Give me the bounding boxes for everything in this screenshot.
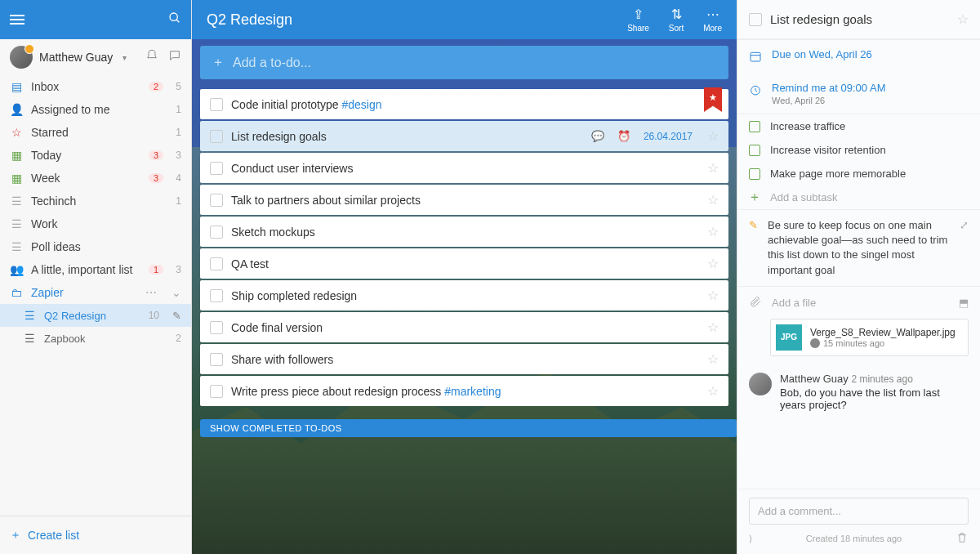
chevron-down-icon[interactable]: ⌄ <box>172 286 181 299</box>
sidebar-item-starred[interactable]: ☆Starred1 <box>0 121 191 144</box>
subtask[interactable]: Increase visitor retention <box>737 138 980 162</box>
share-button[interactable]: ⇪Share <box>627 7 649 33</box>
detail-title[interactable]: List redesign goals <box>770 12 949 26</box>
sidebar-item-week[interactable]: ▦Week34 <box>0 167 191 190</box>
subtask-list: Increase trafficeIncrease visitor retent… <box>737 114 980 185</box>
sidebar-item-inbox[interactable]: ▤Inbox25 <box>0 75 191 98</box>
task-checkbox[interactable] <box>210 162 223 175</box>
task-checkbox[interactable] <box>210 130 223 143</box>
star-icon[interactable]: ☆ <box>707 351 719 367</box>
star-icon[interactable]: ☆ <box>707 160 719 176</box>
task-row[interactable]: Ship completed redesign☆ <box>200 280 728 311</box>
count: 10 <box>149 310 159 321</box>
list-icon: ☰ <box>23 309 36 322</box>
add-subtask-button[interactable]: ＋ Add a subtask <box>737 185 980 209</box>
task-row[interactable]: Code initial prototype #design☆ <box>200 89 728 119</box>
created-text: Created 18 minutes ago <box>760 534 947 543</box>
trash-icon[interactable] <box>956 531 969 546</box>
task-row[interactable]: Conduct user interviews☆ <box>200 153 728 183</box>
star-icon[interactable]: ☆ <box>707 192 719 208</box>
chat-icon[interactable] <box>168 49 181 65</box>
list-icon: ☰ <box>10 240 23 253</box>
due-date-row[interactable]: Due on Wed, April 26 <box>737 39 980 74</box>
main-panel: Q2 Redesign ⇪Share ⇅Sort ⋯More ＋ Add a t… <box>192 0 737 554</box>
nav-label: Assigned to me <box>31 103 163 116</box>
sidebar-item-work[interactable]: ☰Work <box>0 212 191 235</box>
folder-zapier[interactable]: 🗀Zapier⋯⌄ <box>0 281 191 304</box>
nav-label: Inbox <box>31 80 140 93</box>
nav-label: Techinch <box>31 194 163 208</box>
comment-text: Bob, do you have the list from last year… <box>780 386 969 411</box>
sublist-q-redesign[interactable]: ☰Q2 Redesign10✎ <box>0 304 191 327</box>
sidebar-item-poll-ideas[interactable]: ☰Poll ideas <box>0 235 191 258</box>
attachment[interactable]: JPG Verge_S8_Review_Wallpaper.jpg 15 min… <box>770 319 969 356</box>
badge: 3 <box>149 150 163 160</box>
add-file-row[interactable]: Add a file ⬒ <box>737 286 980 319</box>
add-todo-placeholder: Add a to-do... <box>233 56 311 70</box>
create-list-label: Create list <box>28 529 79 542</box>
count: 3 <box>172 150 181 161</box>
add-todo-input[interactable]: ＋ Add a to-do... <box>200 46 728 79</box>
subtask-checkbox[interactable] <box>749 121 760 132</box>
nav-label: Work <box>31 217 181 230</box>
sort-button[interactable]: ⇅Sort <box>669 7 684 33</box>
star-icon[interactable]: ☆ <box>707 256 719 271</box>
assigned-icon: 👤 <box>10 103 23 116</box>
task-checkbox[interactable] <box>210 98 223 111</box>
task-checkbox[interactable] <box>210 353 223 366</box>
task-checkbox[interactable] <box>210 321 223 334</box>
shared-icon: 👥 <box>10 263 23 276</box>
main-header: Q2 Redesign ⇪Share ⇅Sort ⋯More <box>192 0 737 39</box>
star-icon[interactable]: ☆ <box>707 288 719 303</box>
more-button[interactable]: ⋯More <box>703 7 722 33</box>
count: 1 <box>172 127 181 138</box>
task-row[interactable]: Code final version☆ <box>200 312 728 342</box>
task-checkbox[interactable] <box>210 226 223 239</box>
note-row[interactable]: ✎ Be sure to keep focus on one main achi… <box>737 209 980 286</box>
task-checkbox[interactable] <box>210 194 223 207</box>
list-title: Q2 Redesign <box>207 11 292 29</box>
avatar <box>10 46 33 69</box>
collapse-icon[interactable]: ⟩ <box>749 534 752 544</box>
nav-label: Poll ideas <box>31 240 181 253</box>
task-row[interactable]: Sketch mockups☆ <box>200 217 728 247</box>
task-row[interactable]: QA test☆ <box>200 248 728 279</box>
sidebar-item-assigned-to-me[interactable]: 👤Assigned to me1 <box>0 98 191 121</box>
task-checkbox[interactable] <box>749 13 762 26</box>
more-icon[interactable]: ⋯ <box>145 286 158 299</box>
task-checkbox[interactable] <box>210 257 223 270</box>
sublist-zapbook[interactable]: ☰Zapbook2 <box>0 327 191 350</box>
user-row[interactable]: Matthew Guay ▾ <box>0 39 191 75</box>
task-checkbox[interactable] <box>210 289 223 302</box>
expand-icon[interactable]: ⤢ <box>960 218 969 278</box>
nav-label: Starred <box>31 126 163 139</box>
subtask[interactable]: Make page more memorable <box>737 162 980 185</box>
subtask[interactable]: Increase traffice <box>737 114 980 138</box>
pencil-icon[interactable]: ✎ <box>172 310 181 322</box>
star-icon[interactable]: ☆ <box>707 128 719 144</box>
task-row[interactable]: Share with followers☆ <box>200 344 728 374</box>
dropbox-icon[interactable]: ⬒ <box>959 297 969 309</box>
task-row[interactable]: List redesign goals💬⏰26.04.2017☆ <box>200 121 728 151</box>
star-icon[interactable]: ☆ <box>957 11 969 27</box>
sidebar-item-today[interactable]: ▦Today33 <box>0 144 191 167</box>
sidebar-item-techinch[interactable]: ☰Techinch1 <box>0 190 191 212</box>
reminder-row[interactable]: Remind me at 09:00 AM Wed, April 26 <box>737 74 980 114</box>
search-icon[interactable] <box>168 11 181 28</box>
task-row[interactable]: Write press piece about redesign process… <box>200 376 728 406</box>
star-icon[interactable]: ☆ <box>707 383 719 399</box>
comment-input[interactable]: Add a comment... <box>749 498 969 525</box>
task-row[interactable]: Talk to partners about similar projects☆ <box>200 185 728 215</box>
sidebar: Matthew Guay ▾ ▤Inbox25👤Assigned to me1☆… <box>0 0 192 554</box>
create-list-button[interactable]: ＋ Create list <box>0 516 191 554</box>
show-completed-button[interactable]: SHOW COMPLETED TO-DOS <box>200 419 737 437</box>
subtask-checkbox[interactable] <box>749 168 760 180</box>
task-checkbox[interactable] <box>210 385 223 398</box>
count: 1 <box>172 104 181 115</box>
bell-icon[interactable] <box>145 49 158 65</box>
sidebar-item-a-little-important-list[interactable]: 👥A little, important list13 <box>0 258 191 281</box>
menu-icon[interactable] <box>10 12 24 27</box>
star-icon[interactable]: ☆ <box>707 319 719 335</box>
subtask-checkbox[interactable] <box>749 145 760 156</box>
star-icon[interactable]: ☆ <box>707 224 719 239</box>
